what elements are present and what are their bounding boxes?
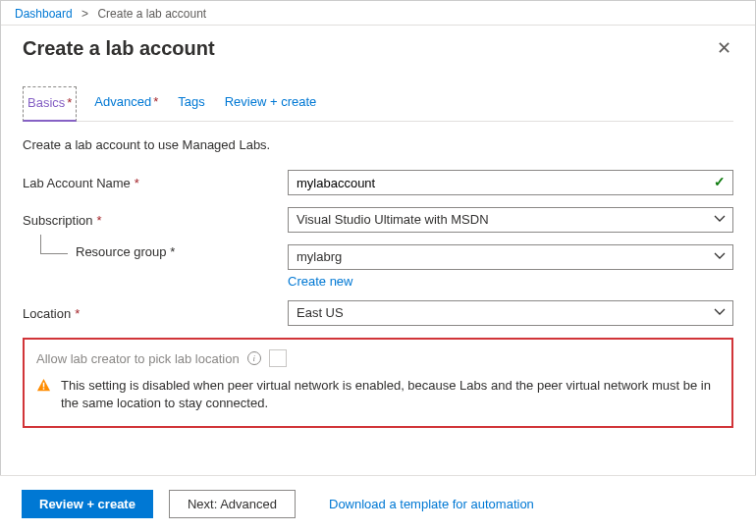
tree-connector	[40, 235, 68, 254]
select-resource-group[interactable]: mylabrg	[288, 244, 733, 270]
tab-advanced[interactable]: Advanced*	[92, 86, 160, 121]
callout-message-text: This setting is disabled when peer virtu…	[61, 377, 720, 412]
close-icon: ✕	[717, 38, 731, 58]
callout-disabled-setting: Allow lab creator to pick lab location i…	[23, 338, 733, 428]
breadcrumb-current: Create a lab account	[97, 7, 206, 21]
intro-text: Create a lab account to use Managed Labs…	[23, 137, 733, 152]
label-resource-group: Resource group	[76, 244, 167, 259]
tab-review-create[interactable]: Review + create	[223, 86, 319, 121]
required-indicator: *	[135, 176, 139, 190]
required-indicator: *	[97, 213, 102, 228]
label-subscription: Subscription	[23, 213, 93, 228]
review-create-button[interactable]: Review + create	[22, 490, 153, 518]
required-indicator: *	[67, 95, 72, 110]
page-header: Create a lab account ✕	[1, 26, 755, 73]
svg-rect-1	[43, 388, 45, 390]
breadcrumb: Dashboard > Create a lab account	[1, 1, 755, 26]
page-title: Create a lab account	[23, 37, 215, 60]
label-location: Location	[23, 306, 71, 321]
required-indicator: *	[75, 306, 80, 321]
row-resource-group: Resource group * mylabrg Create new	[23, 244, 733, 289]
row-subscription: Subscription * Visual Studio Ultimate wi…	[23, 207, 733, 233]
callout-title-text: Allow lab creator to pick lab location	[36, 351, 240, 366]
footer-action-bar: Review + create Next: Advanced Download …	[0, 475, 756, 532]
input-lab-account-name[interactable]	[288, 170, 733, 195]
tab-basics[interactable]: Basics*	[23, 86, 77, 122]
warning-icon	[36, 378, 51, 412]
select-location[interactable]: East US	[288, 300, 733, 326]
row-lab-account-name: Lab Account Name * ✓	[23, 170, 733, 195]
info-icon[interactable]: i	[247, 351, 261, 365]
tab-advanced-label: Advanced	[94, 94, 151, 109]
checkmark-icon: ✓	[714, 174, 726, 189]
required-indicator: *	[170, 244, 175, 259]
tab-basics-label: Basics	[27, 95, 65, 110]
row-location: Location * East US	[23, 300, 733, 326]
select-subscription[interactable]: Visual Studio Ultimate with MSDN	[288, 207, 733, 233]
breadcrumb-root[interactable]: Dashboard	[15, 7, 73, 21]
required-indicator: *	[153, 94, 158, 109]
breadcrumb-separator: >	[81, 7, 88, 21]
link-create-new-rg[interactable]: Create new	[288, 274, 352, 289]
download-template-link[interactable]: Download a template for automation	[329, 497, 534, 511]
next-advanced-button[interactable]: Next: Advanced	[169, 490, 296, 518]
svg-rect-0	[43, 383, 45, 388]
close-button[interactable]: ✕	[709, 33, 739, 63]
label-lab-account-name: Lab Account Name	[23, 176, 131, 190]
checkbox-allow-pick-location	[269, 349, 287, 367]
tab-bar: Basics* Advanced* Tags Review + create	[23, 86, 733, 122]
tab-tags[interactable]: Tags	[176, 86, 206, 121]
